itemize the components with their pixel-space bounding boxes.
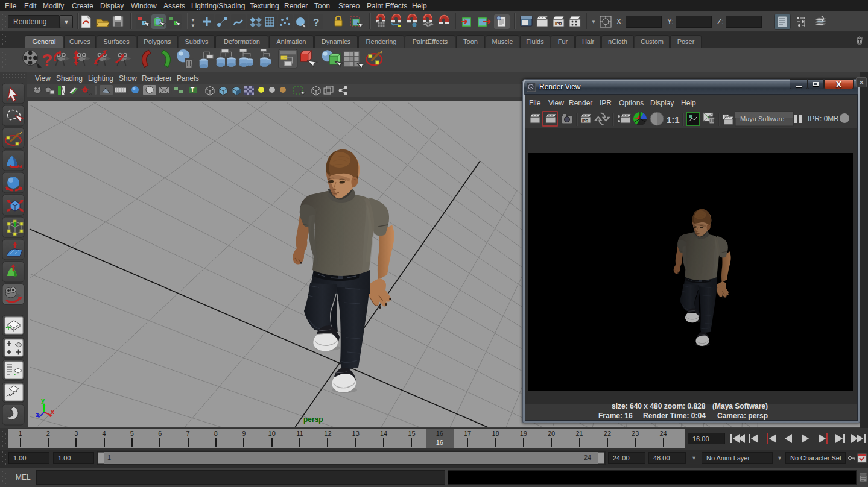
svg-text:1:1: 1:1: [667, 115, 680, 125]
svg-text:?: ?: [313, 17, 319, 28]
svg-text:IPR: 0MB: IPR: 0MB: [808, 115, 838, 123]
svg-text:?: ?: [42, 50, 52, 70]
svg-text:persp: persp: [303, 415, 323, 424]
svg-text:IPR: IPR: [555, 22, 562, 26]
svg-text:z: z: [36, 411, 39, 418]
svg-text:T: T: [191, 87, 194, 93]
svg-text:y: y: [41, 397, 45, 404]
svg-text:Maya Software: Maya Software: [740, 115, 784, 122]
svg-text:IPR: IPR: [582, 119, 589, 122]
svg-text:x: x: [51, 408, 55, 415]
